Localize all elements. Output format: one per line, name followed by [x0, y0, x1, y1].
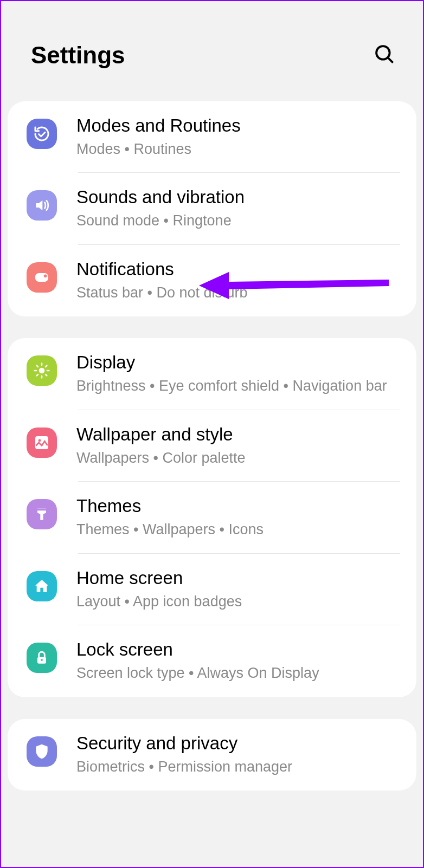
item-title: Security and privacy	[76, 733, 400, 754]
settings-section: Security and privacy Biometrics • Permis…	[8, 719, 416, 791]
svg-rect-15	[37, 509, 46, 511]
security-icon	[27, 736, 57, 767]
page-title: Settings	[31, 42, 125, 69]
settings-item-sounds[interactable]: Sounds and vibration Sound mode • Ringto…	[8, 173, 416, 244]
item-title: Modes and Routines	[76, 115, 400, 136]
settings-item-modes-routines[interactable]: Modes and Routines Modes • Routines	[8, 101, 416, 173]
notifications-icon	[27, 262, 57, 293]
item-subtitle: Wallpapers • Color palette	[76, 448, 400, 468]
item-subtitle: Screen lock type • Always On Display	[76, 663, 400, 683]
sounds-icon	[27, 190, 57, 221]
search-icon[interactable]	[373, 43, 396, 68]
item-subtitle: Sound mode • Ringtone	[76, 211, 400, 230]
display-icon	[27, 355, 57, 386]
item-title: Notifications	[76, 259, 400, 280]
settings-item-notifications[interactable]: Notifications Status bar • Do not distur…	[8, 245, 416, 316]
item-title: Lock screen	[76, 639, 400, 660]
settings-item-security[interactable]: Security and privacy Biometrics • Permis…	[8, 719, 416, 791]
settings-item-lock[interactable]: Lock screen Screen lock type • Always On…	[8, 625, 416, 697]
settings-item-home[interactable]: Home screen Layout • App icon badges	[8, 554, 416, 625]
svg-line-12	[46, 366, 47, 367]
item-subtitle: Status bar • Do not disturb	[76, 283, 400, 302]
item-subtitle: Modes • Routines	[76, 139, 400, 159]
item-title: Home screen	[76, 568, 400, 588]
item-title: Display	[76, 352, 400, 373]
svg-line-10	[46, 374, 47, 375]
settings-item-display[interactable]: Display Brightness • Eye comfort shield …	[8, 338, 416, 410]
svg-point-4	[39, 368, 45, 374]
settings-section: Modes and Routines Modes • Routines Soun…	[8, 101, 416, 316]
item-title: Sounds and vibration	[76, 187, 400, 208]
item-subtitle: Layout • App icon badges	[76, 592, 400, 611]
home-screen-icon	[27, 571, 57, 601]
item-subtitle: Themes • Wallpapers • Icons	[76, 520, 400, 539]
themes-icon	[27, 499, 57, 529]
item-subtitle: Brightness • Eye comfort shield • Naviga…	[76, 376, 400, 396]
settings-item-themes[interactable]: Themes Themes • Wallpapers • Icons	[8, 482, 416, 553]
svg-rect-2	[35, 273, 48, 282]
item-subtitle: Biometrics • Permission manager	[76, 757, 400, 776]
lock-screen-icon	[27, 643, 57, 673]
svg-point-0	[376, 46, 390, 60]
svg-point-14	[38, 439, 41, 442]
item-title: Themes	[76, 496, 400, 516]
svg-point-3	[44, 274, 47, 277]
svg-point-17	[41, 659, 43, 661]
svg-line-11	[37, 374, 38, 375]
svg-line-1	[388, 58, 393, 63]
item-title: Wallpaper and style	[76, 424, 400, 445]
svg-line-9	[37, 366, 38, 367]
settings-section: Display Brightness • Eye comfort shield …	[8, 338, 416, 697]
modes-routines-icon	[27, 119, 57, 149]
wallpaper-icon	[27, 427, 57, 458]
settings-item-wallpaper[interactable]: Wallpaper and style Wallpapers • Color p…	[8, 410, 416, 482]
